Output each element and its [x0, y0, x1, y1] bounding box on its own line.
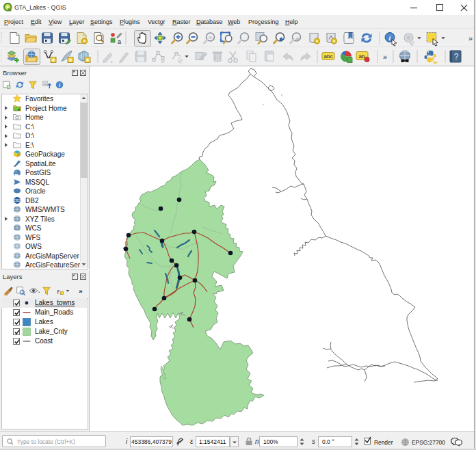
svg-text:a: a — [118, 38, 121, 45]
svg-text:i: i — [389, 34, 391, 42]
svg-text:»: » — [383, 53, 387, 61]
svg-text:»: » — [79, 287, 82, 295]
svg-text:»: » — [468, 34, 473, 42]
svg-text:ε: ε — [57, 287, 60, 295]
svg-text:ab: ab — [359, 53, 365, 59]
svg-text:abc: abc — [324, 53, 333, 59]
svg-text:DB2: DB2 — [14, 199, 21, 202]
svg-text:?: ? — [454, 52, 459, 62]
